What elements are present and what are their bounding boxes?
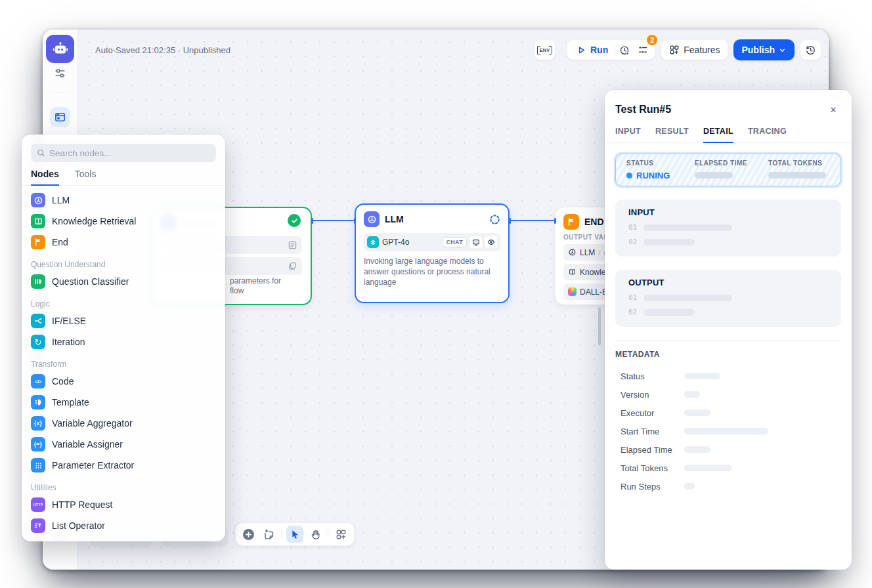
- workflow-nav-button[interactable]: [50, 107, 70, 127]
- end-node-icon: [563, 214, 579, 230]
- variable-assigner-icon: {=}: [31, 437, 45, 452]
- tab-detail[interactable]: DETAIL: [703, 127, 733, 143]
- node-item-question-classifier[interactable]: Question Classifier: [31, 271, 216, 292]
- divider: [561, 45, 561, 54]
- test-run-title: Test Run#5: [615, 104, 671, 116]
- llm-node-icon: [364, 211, 380, 227]
- node-item-template[interactable]: Template: [31, 392, 216, 413]
- output-row: 02: [628, 308, 828, 316]
- metadata-row: Total Tokens: [615, 459, 841, 477]
- code-icon: </>: [31, 374, 45, 388]
- palette-tabs: Nodes Tools: [22, 169, 225, 186]
- llm-node-description: Invoking large language models to answer…: [364, 257, 500, 287]
- restore-clock-icon: [805, 45, 816, 56]
- node-item-knowledge-retrieval[interactable]: Knowledge Retrieval: [31, 211, 216, 232]
- features-label: Features: [684, 45, 720, 55]
- hand-mode-button[interactable]: [308, 526, 324, 542]
- tab-result[interactable]: RESULT: [655, 127, 689, 142]
- sliders-icon: [54, 68, 66, 79]
- section-transform: Transform: [31, 358, 216, 371]
- canvas-scrollbar[interactable]: [598, 307, 601, 345]
- play-icon: [577, 45, 586, 55]
- autosave-status: Auto-Saved 21:02:35 · Unpublished: [95, 45, 230, 55]
- version-history-button[interactable]: [800, 39, 821, 60]
- pointer-mode-button[interactable]: [286, 526, 303, 543]
- metadata-row: Start Time: [615, 422, 841, 440]
- node-item-end[interactable]: End: [31, 232, 216, 253]
- knowledge-var-icon: [568, 268, 577, 276]
- flag-icon: [567, 217, 576, 226]
- add-note-button[interactable]: [261, 526, 277, 542]
- input-row: 01: [628, 223, 828, 232]
- divider: [328, 529, 328, 539]
- organize-nodes-button[interactable]: [333, 526, 349, 542]
- tab-tracing[interactable]: TRACING: [748, 127, 787, 142]
- robot-icon: [52, 41, 69, 58]
- node-item-variable-assigner[interactable]: {=} Variable Assigner: [31, 434, 216, 455]
- node-item-if-else[interactable]: IF/ELSE: [31, 310, 216, 331]
- llm-icon: [367, 215, 377, 224]
- input-card: INPUT 01 02: [615, 200, 841, 257]
- metadata-row: Status: [615, 367, 841, 385]
- chat-mode-badge: CHAT: [442, 237, 467, 247]
- edge-llm-to-end: [510, 220, 556, 221]
- stopwatch-icon: [619, 45, 630, 56]
- publish-button[interactable]: Publish: [733, 39, 795, 60]
- chevron-down-icon: [778, 46, 787, 54]
- test-run-header: Test Run#5 ✕: [605, 90, 852, 117]
- tab-input[interactable]: INPUT: [615, 127, 641, 142]
- value-skeleton: [643, 295, 732, 301]
- input-row: 02: [628, 238, 828, 246]
- test-run-panel: Test Run#5 ✕ INPUT RESULT DETAIL TRACING…: [605, 90, 852, 570]
- node-item-http-request[interactable]: HTTP HTTP Request: [31, 494, 216, 515]
- run-button[interactable]: Run: [570, 40, 615, 60]
- status-value: RUNING: [636, 171, 670, 180]
- run-history-button[interactable]: [615, 41, 634, 59]
- tab-tools[interactable]: Tools: [75, 169, 97, 185]
- features-button[interactable]: Features: [661, 39, 728, 60]
- dalle-icon: [568, 287, 577, 296]
- canvas-toolbar: [235, 522, 355, 546]
- settings-sliders-button[interactable]: [53, 66, 67, 80]
- running-status-dot: [626, 173, 632, 178]
- value-skeleton: [684, 465, 731, 471]
- llm-node[interactable]: LLM ✻ GPT-4o CHAT Invoking large languag…: [355, 203, 510, 303]
- question-classifier-icon: [31, 274, 45, 289]
- running-spinner-icon: [489, 214, 500, 225]
- node-item-parameter-extractor[interactable]: Parameter Extractor: [31, 455, 216, 476]
- hand-icon: [310, 529, 321, 540]
- copies-field-icon: [288, 262, 297, 270]
- metadata-row: Version: [615, 385, 841, 404]
- node-item-list-operator[interactable]: List Operator: [31, 515, 216, 536]
- add-node-button[interactable]: [241, 526, 257, 542]
- value-skeleton: [643, 224, 732, 231]
- knowledge-retrieval-icon: [31, 214, 45, 228]
- llm-var-icon: [568, 248, 577, 257]
- app-logo[interactable]: [46, 35, 74, 63]
- value-skeleton: [684, 428, 768, 434]
- model-selector[interactable]: ✻ GPT-4o CHAT: [364, 233, 500, 251]
- node-search[interactable]: [31, 144, 216, 162]
- organize-grid-icon: [336, 529, 347, 540]
- cursor-icon: [290, 529, 300, 539]
- topbar-actions: ENV Run: [534, 39, 821, 60]
- node-item-code[interactable]: </> Code: [31, 371, 216, 392]
- section-logic: Logic: [31, 297, 216, 310]
- search-input[interactable]: [49, 148, 210, 158]
- total-tokens-column: TOTAL TOKENS: [768, 159, 826, 180]
- paragraph-field-icon: [288, 241, 297, 249]
- checklist-button[interactable]: 2: [634, 41, 652, 59]
- edge-start-to-llm: [312, 220, 355, 221]
- llm-node-header: LLM: [356, 205, 508, 231]
- value-skeleton: [643, 239, 695, 245]
- status-column: STATUS RUNING: [626, 159, 695, 180]
- node-item-llm[interactable]: LLM: [31, 190, 216, 211]
- env-variables-button[interactable]: ENV: [534, 39, 556, 60]
- elapsed-time-skeleton: [695, 172, 733, 178]
- node-item-iteration[interactable]: ↻ Iteration: [31, 331, 216, 352]
- divider: [51, 93, 69, 93]
- gpt4o-model-icon: ✻: [367, 236, 379, 248]
- close-icon[interactable]: ✕: [825, 102, 841, 117]
- node-item-variable-aggregator[interactable]: {x} Variable Aggregator: [31, 413, 216, 434]
- tab-nodes[interactable]: Nodes: [31, 169, 59, 186]
